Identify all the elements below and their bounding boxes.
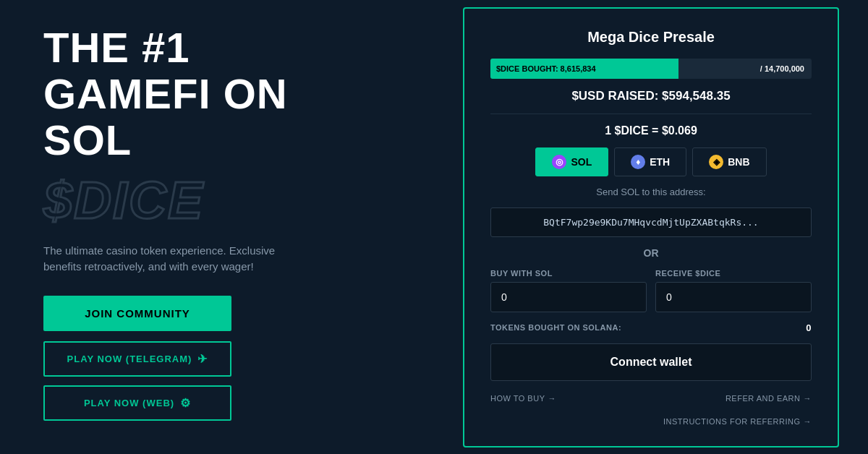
chain-sol-label: SOL <box>571 156 592 168</box>
instructions-arrow: → <box>804 417 812 426</box>
tagline: The ultimate casino token experience. Ex… <box>43 243 304 275</box>
send-label: Send SOL to this address: <box>490 187 812 197</box>
bnb-icon: ◈ <box>709 155 723 169</box>
usd-raised: $USD RAISED: $594,548.35 <box>490 89 812 103</box>
chain-bnb-label: BNB <box>728 156 749 168</box>
play-web-label: PLAY NOW (WEB) <box>84 398 174 408</box>
left-panel: THE #1GAMEFI ONSOL $DICE The ultimate ca… <box>0 0 463 454</box>
headline: THE #1GAMEFI ONSOL <box>43 25 420 163</box>
chain-eth-label: ETH <box>650 156 670 168</box>
web-icon: ⚙ <box>180 396 191 410</box>
how-to-buy-arrow: → <box>548 394 557 403</box>
chain-selector: ◎ SOL ♦ ETH ◈ BNB <box>490 147 812 176</box>
progress-bar-fill: $DICE BOUGHT: 8,615,834 <box>490 59 678 79</box>
how-to-buy-label: HOW TO BUY <box>490 394 545 403</box>
chain-bnb-button[interactable]: ◈ BNB <box>692 147 766 176</box>
refer-earn-label: REFER AND EARN <box>726 394 801 403</box>
telegram-icon: ✈ <box>197 352 208 366</box>
refer-earn-arrow: → <box>804 394 812 403</box>
progress-bar: $DICE BOUGHT: 8,615,834 / 14,700,000 <box>490 59 812 79</box>
receive-label: Receive $Dice <box>655 269 812 278</box>
buy-label: Buy with SOL <box>490 269 647 278</box>
presale-title: Mega Dice Presale <box>490 29 812 46</box>
connect-wallet-button[interactable]: Connect wallet <box>490 343 812 381</box>
how-to-buy-link[interactable]: HOW TO BUY → <box>490 394 556 403</box>
input-row: Buy with SOL Receive $Dice <box>490 269 812 312</box>
eth-icon: ♦ <box>631 155 645 169</box>
progress-bought-label: $DICE BOUGHT: 8,615,834 <box>496 64 596 73</box>
instructions-referring-label: INSTRUCTIONS FOR REFERRING <box>663 417 801 426</box>
buy-input[interactable] <box>490 282 647 312</box>
instructions-referring-link[interactable]: INSTRUCTIONS FOR REFERRING → <box>663 417 812 426</box>
dice-logo: $DICE <box>43 171 420 230</box>
or-divider: OR <box>490 247 812 259</box>
tokens-value: 0 <box>806 322 812 333</box>
play-web-button[interactable]: PLAY NOW (WEB) ⚙ <box>43 385 231 421</box>
buy-group: Buy with SOL <box>490 269 647 312</box>
divider-1 <box>490 113 812 114</box>
wallet-address[interactable]: BQtF7wp29e9KDu7MHqvcdMjtUpZXABtqkRs... <box>490 207 812 237</box>
receive-group: Receive $Dice <box>655 269 812 312</box>
join-community-button[interactable]: JOIN COMMUNITY <box>43 296 231 331</box>
play-telegram-label: PLAY NOW (TELEGRAM) <box>67 354 192 364</box>
receive-input[interactable] <box>655 282 812 312</box>
footer-bottom-links: INSTRUCTIONS FOR REFERRING → <box>490 417 812 426</box>
chain-sol-button[interactable]: ◎ SOL <box>535 147 608 176</box>
sol-icon: ◎ <box>552 155 566 169</box>
tokens-label: TOKENS BOUGHT ON SOLANA: <box>490 323 621 332</box>
refer-earn-link[interactable]: REFER AND EARN → <box>726 394 812 403</box>
progress-total-label: / 14,700,000 <box>760 64 804 73</box>
footer-links: HOW TO BUY → REFER AND EARN → <box>490 394 812 403</box>
play-telegram-button[interactable]: PLAY NOW (TELEGRAM) ✈ <box>43 341 231 377</box>
tokens-row: TOKENS BOUGHT ON SOLANA: 0 <box>490 322 812 333</box>
rate-display: 1 $DICE = $0.069 <box>490 124 812 137</box>
presale-panel: Mega Dice Presale $DICE BOUGHT: 8,615,83… <box>463 7 839 447</box>
chain-eth-button[interactable]: ♦ ETH <box>614 147 686 176</box>
